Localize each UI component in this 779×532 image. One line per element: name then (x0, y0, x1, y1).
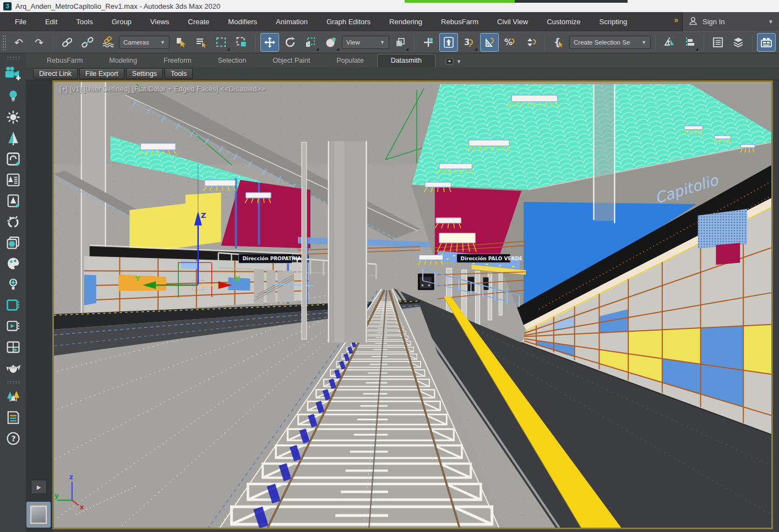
spinner-snap-toggle[interactable] (521, 33, 540, 52)
material-sphere-icon[interactable] (5, 234, 21, 251)
unlink-selection-button[interactable] (78, 33, 97, 52)
light-settings-icon[interactable] (5, 276, 21, 293)
tree-icon[interactable] (5, 130, 21, 146)
viewport[interactable]: [+] [v1] [User Defined] [Flat Color + Ed… (52, 80, 773, 529)
light-bulb-icon[interactable] (5, 88, 21, 105)
ribbon-button-file-export[interactable]: File Export (79, 68, 124, 79)
direction-sign-left: Dirección PROPATRIA (238, 254, 301, 263)
toolbar-separator (414, 34, 415, 51)
redo-button[interactable]: ↷ (30, 33, 48, 52)
menu-edit[interactable]: Edit (36, 18, 67, 26)
menu-animation[interactable]: Animation (266, 18, 317, 26)
ribbon-button-direct-link[interactable]: Direct Link (33, 68, 78, 79)
select-and-link-button[interactable] (58, 33, 77, 52)
gizmo-z-label: Z (201, 211, 206, 220)
ribbon-tab-freeform[interactable]: Freeform (150, 54, 205, 67)
select-and-scale-button[interactable] (301, 33, 320, 52)
percent-snap-toggle[interactable]: % (500, 33, 519, 52)
menu-graph-editors[interactable]: Graph Editors (317, 18, 380, 26)
selection-filter-dropdown[interactable]: Cameras▼ (119, 36, 170, 49)
notes-document-icon[interactable] (5, 409, 21, 426)
split-view-icon[interactable] (5, 339, 21, 355)
menu-civil-view[interactable]: Civil View (488, 18, 537, 26)
viewport-canvas[interactable]: Capitolio (54, 82, 771, 528)
toggle-layer-explorer-button[interactable] (729, 33, 748, 52)
mirror-button[interactable] (660, 33, 679, 52)
sun-icon[interactable] (5, 109, 21, 125)
menu-group[interactable]: Group (102, 18, 141, 26)
svg-text:?: ? (11, 434, 15, 443)
poster-crimson (716, 243, 740, 265)
ribbon-tab-selection[interactable]: Selection (205, 54, 259, 67)
rectangular-selection-region-button[interactable] (212, 33, 231, 52)
main-toolbar: ↶ ↷ Cameras▼ View▼ 3 % { Create Selectio… (0, 31, 779, 53)
menu-rebusfarm[interactable]: RebusFarm (432, 18, 488, 26)
ribbon-panel: Direct LinkFile ExportSettingsTools (26, 67, 779, 80)
menu-overflow-chevron[interactable]: » (674, 15, 678, 24)
viewport-layout-tab[interactable] (26, 502, 51, 528)
viewport-layout-strip: ▶ (26, 80, 52, 532)
ribbon-tab-datasmith[interactable]: Datasmith (377, 54, 435, 67)
undo-button[interactable]: ↶ (9, 33, 28, 52)
ribbon-tab-object-paint[interactable]: Object Paint (259, 54, 323, 67)
angle-snap-toggle[interactable] (480, 33, 499, 52)
select-and-move-button[interactable] (260, 33, 279, 52)
reference-coordinate-system-dropdown[interactable]: View▼ (342, 36, 389, 49)
sign-in-caret-icon[interactable]: ▼ (768, 19, 773, 25)
ribbon-tab-populate[interactable]: Populate (323, 54, 377, 67)
ribbon-button-settings[interactable]: Settings (126, 68, 163, 79)
world-axis-y-label: y (55, 492, 59, 500)
keyboard-shortcut-override-toggle[interactable] (439, 33, 458, 52)
render-teapot-icon[interactable] (5, 360, 21, 376)
select-and-place-button[interactable] (322, 33, 340, 52)
select-object-button[interactable] (171, 33, 190, 52)
menu-file[interactable]: File (6, 18, 36, 26)
toolbar-drag-handle[interactable] (2, 35, 6, 50)
world-axis-z-label: z (69, 473, 73, 481)
select-by-name-button[interactable] (192, 33, 210, 52)
menu-tools[interactable]: Tools (67, 18, 102, 26)
ribbon-tab-bar: RebusFarmModelingFreeformSelectionObject… (26, 53, 779, 67)
palette-icon[interactable] (5, 255, 21, 272)
environment-icon[interactable] (5, 151, 21, 167)
ribbon-button-tools[interactable]: Tools (165, 68, 193, 79)
3ds-max-window: 3 Arq_Anden_MetroCapitolio_Rev1.max - Au… (0, 0, 779, 532)
named-selection-sets-dropdown[interactable]: Create Selection Se▼ (569, 36, 651, 49)
plant-library-icon[interactable] (5, 172, 21, 188)
menu-modifiers[interactable]: Modifiers (219, 18, 266, 26)
menu-customize[interactable]: Customize (537, 18, 590, 26)
align-button[interactable] (680, 33, 699, 52)
ribbon-minimize-button[interactable]: ▼ (445, 58, 461, 65)
display-panel-icon[interactable] (5, 297, 21, 314)
ribbon-tab-rebusfarm[interactable]: RebusFarm (34, 54, 96, 67)
create-camera-icon[interactable] (3, 64, 23, 84)
toggle-scene-explorer-button[interactable] (709, 33, 727, 52)
menu-views[interactable]: Views (141, 18, 178, 26)
viewport-label[interactable]: [+] [v1] [User Defined] [Flat Color + Ed… (59, 85, 265, 93)
snaps-toggle-button[interactable]: 3 (460, 33, 478, 52)
toggle-ribbon-button[interactable] (757, 33, 776, 52)
select-and-manipulate-button[interactable] (419, 33, 438, 52)
forest-icon[interactable] (5, 388, 21, 405)
edit-named-selection-sets-button[interactable]: { (549, 33, 568, 52)
help-icon[interactable]: ? (5, 430, 21, 447)
menu-create[interactable]: Create (178, 18, 219, 26)
window-crossing-toggle[interactable] (232, 33, 251, 52)
left-toolbar: ? (0, 53, 26, 532)
menu-scripting[interactable]: Scripting (590, 18, 637, 26)
sign-in-button[interactable]: Sign In ▼ (682, 12, 779, 31)
bind-to-space-warp-button[interactable] (99, 33, 117, 52)
viewport-layout-expand-button[interactable]: ▶ (31, 480, 47, 494)
select-and-rotate-button[interactable] (281, 33, 299, 52)
toolbar-separator (544, 34, 544, 51)
plant-page-icon[interactable] (5, 193, 21, 209)
3ds-max-logo-icon: 3 (3, 2, 12, 10)
left-toolbar-drag-handle[interactable] (7, 56, 20, 59)
use-pivot-center-button[interactable] (391, 33, 410, 52)
fire-ring-icon[interactable] (5, 213, 21, 230)
menu-rendering[interactable]: Rendering (380, 18, 432, 26)
preview-monitor-icon[interactable] (5, 318, 21, 334)
ribbon-tab-modeling[interactable]: Modeling (96, 54, 150, 67)
svg-text:Dirección PALO VERDE: Dirección PALO VERDE (461, 256, 522, 261)
left-toolbar-separator (7, 381, 20, 384)
